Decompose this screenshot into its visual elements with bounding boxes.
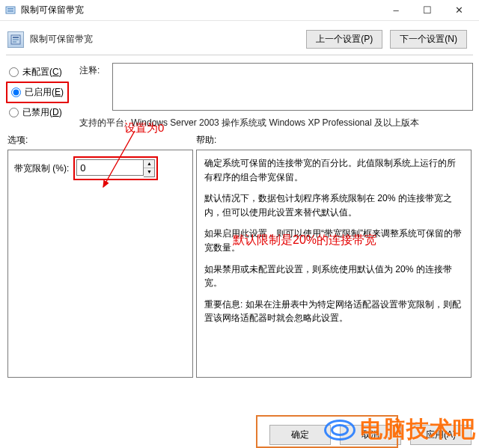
state-radio-group: 未配置(C) 已启用(E) 已禁用(D) xyxy=(6,63,73,129)
radio-disabled[interactable]: 已禁用(D) xyxy=(6,103,73,122)
next-setting-button[interactable]: 下一个设置(N) xyxy=(390,30,467,49)
close-button[interactable]: ✕ xyxy=(443,1,475,20)
svg-rect-5 xyxy=(13,39,19,40)
help-p4: 如果禁用或未配置此设置，则系统使用默认值为 20% 的连接带宽。 xyxy=(204,263,463,290)
help-p1: 确定系统可保留的连接带宽的百分比。此值限制系统上运行的所有程序的组合带宽保留。 xyxy=(204,156,463,184)
annotation-default-limit: 默认限制是20%的连接带宽 xyxy=(233,231,376,250)
radio-label: 已禁用(D) xyxy=(22,106,62,119)
svg-rect-0 xyxy=(6,7,15,13)
spin-up-icon[interactable]: ▲ xyxy=(144,160,154,168)
options-label: 选项: xyxy=(7,134,196,147)
svg-rect-2 xyxy=(7,10,13,12)
dialog-title: 限制可保留带宽 xyxy=(30,33,300,46)
svg-rect-4 xyxy=(13,37,19,38)
apply-button[interactable]: 应用(A) xyxy=(410,425,472,445)
prev-setting-button[interactable]: 上一个设置(P) xyxy=(306,30,382,49)
supported-value: Windows Server 2003 操作系统或 Windows XP Pro… xyxy=(131,117,419,129)
minimize-button[interactable]: – xyxy=(380,1,412,20)
spin-down-icon[interactable]: ▼ xyxy=(144,168,154,177)
bandwidth-limit-label: 带宽限制 (%): xyxy=(14,162,69,175)
help-panel: 确定系统可保留的连接带宽的百分比。此值限制系统上运行的所有程序的组合带宽保留。 … xyxy=(196,150,472,378)
help-p5: 重要信息: 如果在注册表中为特定网络适配器设置带宽限制，则配置该网络适配器时就会… xyxy=(204,298,463,325)
supported-label: 支持的平台: xyxy=(79,117,126,129)
bandwidth-stepper[interactable]: ▲ ▼ xyxy=(144,159,155,177)
radio-label: 已启用(E) xyxy=(25,86,64,99)
app-icon xyxy=(4,4,16,16)
bandwidth-limit-highlight: ▲ ▼ xyxy=(73,156,158,180)
titlebar: 限制可保留带宽 – ☐ ✕ xyxy=(0,0,479,21)
help-label: 帮助: xyxy=(196,134,472,147)
radio-enabled[interactable]: 已启用(E) xyxy=(10,85,65,100)
radio-not-configured-input[interactable] xyxy=(9,67,19,77)
annotation-footer-frame xyxy=(256,415,398,448)
help-p2: 默认情况下，数据包计划程序将系统限制在 20% 的连接带宽之内，但可以使用此设置… xyxy=(204,191,463,219)
svg-rect-6 xyxy=(13,41,16,43)
radio-not-configured[interactable]: 未配置(C) xyxy=(6,63,73,82)
radio-enabled-input[interactable] xyxy=(11,88,21,97)
policy-icon xyxy=(7,31,24,48)
separator xyxy=(6,55,473,55)
options-panel: 带宽限制 (%): ▲ ▼ xyxy=(7,150,193,378)
radio-disabled-input[interactable] xyxy=(9,108,19,117)
comment-textarea[interactable] xyxy=(112,63,473,111)
bandwidth-limit-input[interactable] xyxy=(76,159,144,176)
dialog-header: 限制可保留带宽 上一个设置(P) 下一个设置(N) xyxy=(0,21,479,53)
svg-rect-1 xyxy=(7,8,13,10)
radio-label: 未配置(C) xyxy=(22,66,62,79)
window-title: 限制可保留带宽 xyxy=(21,4,84,16)
maximize-button[interactable]: ☐ xyxy=(412,1,443,20)
annotation-set-to-zero: 设置为0 xyxy=(124,121,164,135)
comment-label: 注释: xyxy=(79,63,106,111)
